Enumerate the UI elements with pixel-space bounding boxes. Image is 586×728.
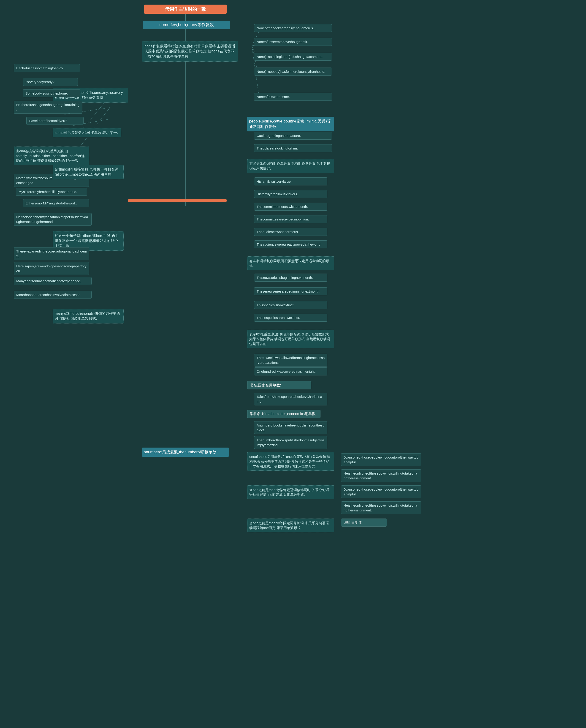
both-and-explanation: 由and连接名词词组时,后用复数.由notonly...butalso,eith… bbox=[14, 147, 89, 165]
family-singular-example: Hisfamilyisn'tverylarge. bbox=[254, 177, 327, 185]
none-example-5: Noneofthisworriesme. bbox=[254, 93, 332, 101]
many-more-explanation: manya或morethanone所修饰的词作主语时,谓语动词多用单数形式. bbox=[53, 309, 124, 323]
one-hundred-example: Onehundredliwascoveredinasinlenight. bbox=[254, 367, 327, 375]
some-few-node: some,few,both,many等作复数 bbox=[143, 21, 230, 29]
mindmap-container: 代词作主语时的一致 some,few,both,many等作复数 none作复数… bbox=[0, 0, 586, 728]
my-sister-example: Mysisterormybrotherislikelytobathome. bbox=[16, 188, 87, 196]
species-plural-example: Thesespeciesarenowextinct. bbox=[254, 314, 327, 322]
a-number-books-example: Anumberofbookshavebeenpublishedonthesubj… bbox=[254, 421, 327, 434]
joans-one-2: Joansoneofthosepeoplewhogooutoroftheirwa… bbox=[341, 485, 421, 498]
time-measure-explanation: 表示时间,重量,长度,价值等的名词,尽管仍是复数形式,如果作整体看待,动词也可用… bbox=[247, 330, 334, 348]
he-is-the-only-1: Heistheonlyoneofthoseboywhoiswillingtota… bbox=[341, 469, 421, 482]
none-example-1: Noneofthebooksareeasyenoughforus. bbox=[254, 24, 332, 32]
species-singular-example: Thisspeciesisnowextinct. bbox=[254, 301, 327, 309]
series-plural-example: Thesenewseriesarebeginnningnextmonth. bbox=[254, 287, 327, 295]
svg-line-6 bbox=[80, 108, 110, 147]
each-example-3: Somebodyisusingthephone. bbox=[23, 89, 80, 97]
joans-one-1: Joansoneofthosepeoplewhogooutoroftheirwa… bbox=[341, 453, 421, 466]
audience-plural-example: Theaudienceweregreatlymovedattheworld. bbox=[254, 240, 327, 249]
none-example-3: None(=notasingleone)ofushasgotatcamera. bbox=[254, 53, 332, 61]
none-example-4: None(=nobody)hasfeltmorekeentlythanhedid… bbox=[254, 68, 332, 76]
tales-from-example: TalesfromShakespearesabookbyCharlesLamb. bbox=[254, 393, 327, 406]
one-of-those-explanation: oneof those后用单数,在'oneof+复数名词+关系分句'结构中,关系… bbox=[247, 452, 334, 471]
police-example: Thepolicearelookingforhim. bbox=[254, 144, 332, 152]
family-plural-example: Hisfamilyareallmusiclovers. bbox=[254, 190, 327, 198]
the-only-explanation: 当one之前是theonly修饰定冠词修饰词时,关系分句谓语动词跟随one而定,… bbox=[247, 485, 334, 499]
either-you-example: EitheryouorMrYangistodothework. bbox=[23, 199, 89, 207]
book-title-node: 书名,国家名用单数: bbox=[247, 381, 311, 389]
same-form-explanation: 有些名词单复数同形,可根据意思决定用适当动词的形式. bbox=[247, 256, 334, 270]
all-most-explanation: all和most可后接复数,也可接不可数名词(allofthe...,mosto… bbox=[53, 165, 124, 179]
the-number-example: Thenumberofbookspublishedonthesubjectiss… bbox=[254, 436, 327, 449]
collective-noun-explanation: 有些集体名词有时作单数看待,有时作复数看待.主要根据意思来决定. bbox=[247, 159, 334, 173]
here-is-example: Hereisapen,afewendolopesandsomepaperfory… bbox=[14, 262, 89, 275]
editor-node: 编辑:田学江 bbox=[341, 519, 387, 526]
none-example-2: Noneofusseemtohavethoughttofit. bbox=[254, 38, 332, 46]
there-was-example: Therewacarvedintheboardadragonandaphoeni… bbox=[14, 247, 89, 260]
center-title bbox=[128, 199, 227, 202]
audience-singular-example: Theaudiencewasenormous. bbox=[254, 228, 327, 236]
he-is-the-only-2: Heistheonlyoneofthoseboywhoiswillingtota… bbox=[341, 501, 421, 514]
many-a-example: Manyapersonhashadthatkindofexperience. bbox=[14, 277, 91, 285]
each-example-5: Haseitherofthemtoldyou? bbox=[26, 117, 84, 125]
series-singular-example: Thisnewseriesisbeginningnextmonth. bbox=[254, 274, 327, 282]
the-only-explanation-2: 当one之前是theonly等限定词修饰词时,关系分句谓语动词跟随one而定,即… bbox=[247, 519, 334, 532]
some-also-explanation: some可后接复数,也可接单数,表示某一. bbox=[53, 128, 121, 137]
committee-plural-example: Thecommitteearedividedinopinion. bbox=[254, 215, 327, 223]
three-weeks-example: Threeweekswasallowedformakinghenecessary… bbox=[254, 354, 327, 366]
committee-singular-example: Thecommitteemeetstwiceamonth. bbox=[254, 203, 327, 211]
neither-myself-example: Neitheryselfenormyselfamabletopersaudemy… bbox=[14, 213, 91, 226]
more-than-example: Morethanonepersonhasinvolvedinthiscase. bbox=[14, 291, 91, 299]
each-example-2: Iseverybodyready? bbox=[23, 78, 78, 86]
none-explanation: none作复数看待时较多,但也有时作单数看待.主要看说话人脑中联系想到的是复数还… bbox=[142, 41, 238, 61]
cattle-example: Cattleregrazingonthepasture. bbox=[254, 132, 332, 140]
each-example-4: Neitherofushasgonethoughregulartraining. bbox=[14, 101, 82, 113]
a-number-explanation-node: anumberof后接复数,thenumberof后接单数: bbox=[142, 447, 229, 457]
each-example-1: Eachofushassomethingtoenjoy. bbox=[14, 64, 80, 72]
main-title: 代词作主语时的一致 bbox=[144, 5, 227, 14]
people-police-node: people,police,cattle,poultry(家禽),militia… bbox=[247, 117, 334, 131]
mathematics-node: 学科名,如mathematics,economics用单数 bbox=[247, 410, 320, 418]
